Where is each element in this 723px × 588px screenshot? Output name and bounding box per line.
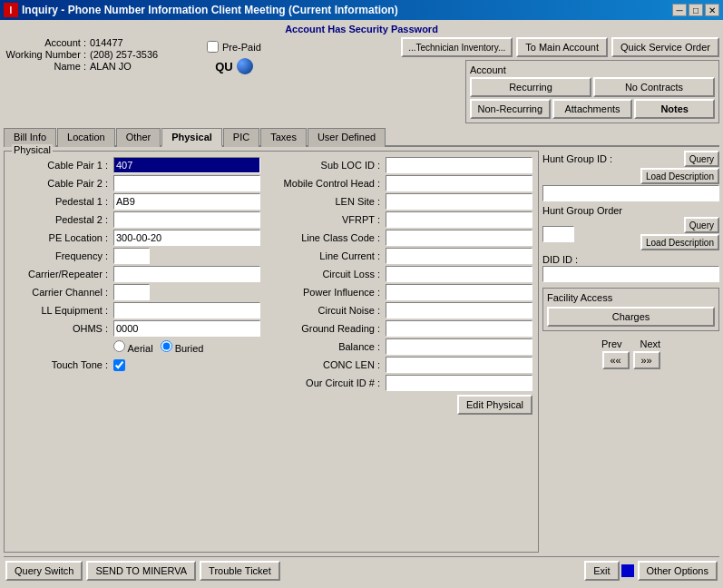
tab-physical[interactable]: Physical — [161, 128, 222, 147]
label-our-circuit-id: Our Circuit ID # : — [264, 377, 382, 388]
load-description-button-1[interactable]: Load Description — [640, 168, 719, 184]
edit-physical-button[interactable]: Edit Physical — [457, 395, 532, 415]
label-touch-tone: Touch Tone : — [10, 359, 110, 370]
label-conc-len: CONC LEN : — [264, 359, 382, 370]
send-to-minerva-button[interactable]: SEND TO MINERVA — [86, 561, 196, 581]
recurring-button[interactable]: Recurring — [470, 77, 591, 97]
trouble-ticket-button[interactable]: Trouble Ticket — [200, 561, 280, 581]
close-button[interactable]: ✕ — [705, 4, 719, 16]
input-ll-equipment[interactable] — [113, 302, 260, 318]
tab-other[interactable]: Other — [116, 128, 161, 147]
input-cable-pair-2[interactable] — [113, 175, 260, 191]
input-balance[interactable] — [386, 338, 532, 355]
input-pedestal-2[interactable] — [113, 211, 260, 228]
aerial-buried-group: Aerial Buried — [113, 340, 260, 354]
query-button-1[interactable]: Query — [684, 151, 719, 167]
touch-tone-checkbox[interactable] — [113, 359, 125, 371]
qu-text: QU — [215, 60, 233, 74]
next-label: Next — [640, 338, 661, 349]
exit-button[interactable]: Exit — [584, 561, 619, 581]
globe-icon[interactable] — [237, 58, 253, 74]
notes-button[interactable]: Notes — [634, 99, 715, 119]
input-power-influence[interactable] — [386, 284, 532, 300]
input-carrier-repeater[interactable] — [113, 266, 260, 282]
account-row: Account : 014477 — [4, 37, 203, 48]
hunt-group-order-input[interactable] — [542, 226, 574, 242]
input-our-circuit-id[interactable] — [386, 375, 532, 391]
tab-pic[interactable]: PIC — [223, 128, 259, 147]
label-cable-pair-1: Cable Pair 1 : — [10, 160, 110, 171]
minimize-button[interactable]: ─ — [672, 4, 687, 16]
tab-location[interactable]: Location — [57, 128, 115, 147]
hunt-group-order-section: Hunt Group Order Query Load Description — [542, 205, 719, 250]
tab-bar: Bill Info Location Other Physical PIC Ta… — [4, 126, 719, 147]
tab-user-defined[interactable]: User Defined — [308, 128, 386, 147]
did-id-label: DID ID : — [542, 254, 719, 265]
query-switch-button[interactable]: Query Switch — [5, 561, 83, 581]
hunt-group-id-section: Hunt Group ID : Query Load Description — [542, 151, 719, 201]
input-pedestal-1[interactable] — [113, 193, 260, 210]
input-circuit-noise[interactable] — [386, 302, 532, 318]
input-vfrpt[interactable] — [386, 211, 532, 228]
account-number: 014477 — [90, 37, 123, 48]
tab-taxes[interactable]: Taxes — [260, 128, 307, 147]
account-label: Account : — [4, 37, 90, 48]
did-id-input[interactable] — [542, 266, 719, 282]
security-banner: Account Has Security Password — [4, 24, 719, 34]
label-circuit-loss: Circuit Loss : — [264, 269, 382, 279]
titlebar-title: Inquiry - Phone Number Information Clien… — [22, 4, 398, 16]
input-mobile-control-head[interactable] — [386, 175, 532, 191]
non-recurring-button[interactable]: Non-Recurring — [470, 99, 551, 119]
aerial-radio[interactable] — [113, 340, 125, 352]
label-vfrpt: VFRPT : — [264, 214, 382, 225]
input-len-site[interactable] — [386, 193, 532, 210]
input-carrier-channel[interactable] — [113, 284, 150, 300]
input-line-current[interactable] — [386, 248, 532, 264]
account-group-label: Account — [470, 64, 715, 75]
query-button-2[interactable]: Query — [684, 217, 719, 233]
attachments-button[interactable]: Attachments — [552, 99, 633, 119]
content-area: Physical Cable Pair 1 : Sub LOC ID : Cab… — [4, 151, 719, 553]
touch-tone-group — [113, 359, 260, 371]
label-line-current: Line Current : — [264, 250, 382, 261]
bottom-bar: Query Switch SEND TO MINERVA Trouble Tic… — [4, 556, 719, 584]
physical-group-title: Physical — [12, 144, 53, 155]
restore-button[interactable]: □ — [689, 4, 703, 16]
label-cable-pair-2: Cable Pair 2 : — [10, 178, 110, 189]
input-circuit-loss[interactable] — [386, 266, 532, 282]
load-description-button-2[interactable]: Load Description — [640, 234, 719, 250]
prev-button[interactable]: «« — [602, 351, 630, 369]
hunt-group-id-input[interactable] — [542, 185, 719, 201]
label-frequency: Frequency : — [10, 250, 110, 261]
next-button[interactable]: »» — [633, 351, 660, 369]
edit-physical-area: Edit Physical — [10, 395, 532, 415]
buried-radio[interactable] — [161, 340, 172, 352]
technician-inventory-button[interactable]: ...Technician Inventory... — [401, 37, 513, 57]
input-sub-loc-id[interactable] — [386, 157, 532, 173]
prev-label: Prev — [601, 338, 622, 349]
label-circuit-noise: Circuit Noise : — [264, 305, 382, 316]
label-ll-equipment: LL Equipment : — [10, 305, 110, 316]
input-cable-pair-1[interactable] — [113, 157, 260, 173]
no-contracts-button[interactable]: No Contracts — [593, 77, 715, 97]
prepaid-checkbox[interactable] — [207, 41, 219, 53]
input-ground-reading[interactable] — [386, 320, 532, 337]
input-conc-len[interactable] — [386, 357, 532, 373]
did-id-section: DID ID : — [542, 254, 719, 282]
hunt-group-order-label: Hunt Group Order — [542, 205, 719, 216]
input-pe-location[interactable] — [113, 230, 260, 246]
label-mobile-control-head: Mobile Control Head : — [264, 178, 382, 189]
to-main-account-button[interactable]: To Main Account — [516, 37, 608, 57]
titlebar-controls: ─ □ ✕ — [672, 4, 719, 16]
input-line-class-code[interactable] — [386, 230, 532, 246]
quick-service-order-button[interactable]: Quick Service Order — [611, 37, 719, 57]
other-options-button[interactable]: Other Options — [638, 561, 718, 581]
label-len-site: LEN Site : — [264, 196, 382, 207]
working-number-label: Working Number : — [4, 49, 90, 60]
label-pedestal-1: Pedestal 1 : — [10, 196, 110, 207]
input-frequency[interactable] — [113, 248, 150, 264]
label-carrier-repeater: Carrier/Repeater : — [10, 269, 110, 279]
input-ohms[interactable] — [113, 320, 260, 337]
charges-button[interactable]: Charges — [547, 307, 715, 327]
physical-group: Physical Cable Pair 1 : Sub LOC ID : Cab… — [4, 151, 539, 553]
